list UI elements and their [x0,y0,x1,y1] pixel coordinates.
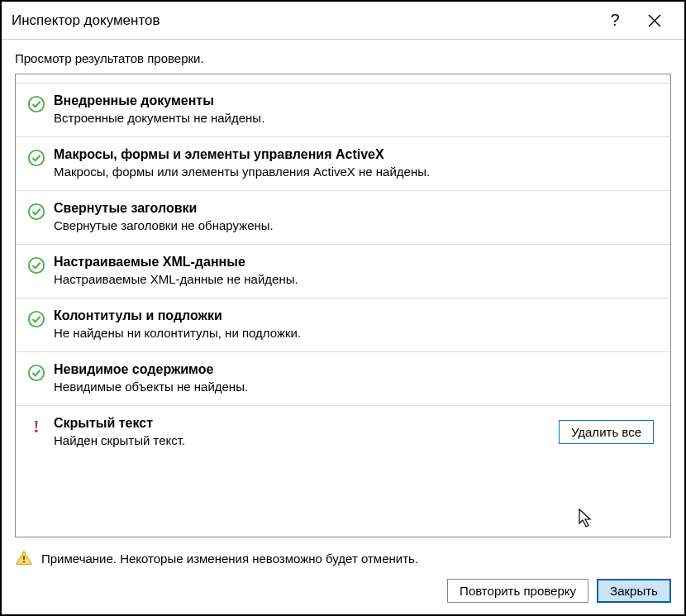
result-item: Настраиваемые XML-данные Настраиваемые X… [16,244,670,298]
result-desc: Макросы, формы или элементы управления A… [54,165,657,179]
result-item: Макросы, формы и элементы управления Act… [16,136,670,190]
checkmark-icon [24,308,49,328]
close-button[interactable] [635,8,674,33]
result-item: Внедренные документы Встроенные документ… [16,83,670,136]
result-title: Скрытый текст [54,416,559,431]
footer-note: Примечание. Некоторые изменения невозмож… [2,537,684,574]
close-dialog-button[interactable]: Закрыть [597,579,671,603]
result-content: Колонтитулы и подложки Не найдены ни кол… [49,308,657,340]
result-title: Колонтитулы и подложки [54,308,657,323]
result-item: Свернутые заголовки Свернутые заголовки … [16,190,670,244]
warning-icon: ! [24,416,49,436]
result-content: Свернутые заголовки Свернутые заголовки … [49,201,657,232]
checkmark-icon [24,201,49,221]
result-action: Удалить все [559,420,657,444]
result-item: Колонтитулы и подложки Не найдены ни кол… [16,298,670,351]
svg-point-4 [29,204,44,219]
results-container: Внедренные документы Встроенные документ… [15,74,671,537]
result-item: Невидимое содержимое Невидимые объекты н… [16,351,670,405]
result-title: Невидимое содержимое [54,362,657,377]
result-title: Настраиваемые XML-данные [54,255,657,270]
svg-point-5 [29,258,44,273]
result-item: ! Скрытый текст Найден скрытый текст. Уд… [16,405,670,459]
help-button[interactable]: ? [595,8,635,33]
result-desc: Встроенные документы не найдены. [54,111,657,125]
warning-triangle-icon [15,549,33,567]
checkmark-icon [24,362,49,382]
remove-all-button[interactable]: Удалить все [559,420,654,444]
checkmark-icon [24,147,49,167]
result-content: Настраиваемые XML-данные Настраиваемые X… [49,255,657,286]
result-title: Свернутые заголовки [54,201,657,216]
dialog-title: Инспектор документов [12,12,595,29]
result-desc: Свернутые заголовки не обнаружены. [54,218,657,232]
result-title: Внедренные документы [54,93,657,108]
footer-note-text: Примечание. Некоторые изменения невозмож… [41,552,418,566]
result-title: Макросы, формы и элементы управления Act… [54,147,657,162]
document-inspector-dialog: Инспектор документов ? Просмотр результа… [0,0,686,616]
close-icon [648,14,661,27]
result-desc: Невидимые объекты не найдены. [54,380,657,394]
result-content: Внедренные документы Встроенные документ… [49,93,657,125]
results-subtitle: Просмотр результатов проверки. [2,40,684,74]
result-desc: Настраиваемые XML-данные не найдены. [54,272,657,286]
result-desc: Не найдены ни колонтитулы, ни подложки. [54,326,657,340]
result-desc: Найден скрытый текст. [54,433,559,447]
checkmark-icon [24,255,49,275]
reinspect-button[interactable]: Повторить проверку [447,579,588,603]
result-content: Макросы, формы и элементы управления Act… [49,147,657,179]
svg-point-6 [29,312,44,327]
svg-point-3 [29,150,44,165]
result-content: Скрытый текст Найден скрытый текст. [49,416,559,447]
titlebar: Инспектор документов ? [2,2,684,40]
svg-point-2 [29,97,44,112]
checkmark-icon [24,93,49,113]
svg-point-9 [23,561,25,562]
results-scroll[interactable]: Внедренные документы Встроенные документ… [16,74,670,537]
footer-buttons: Повторить проверку Закрыть [2,574,684,614]
svg-point-7 [29,365,44,380]
result-content: Невидимое содержимое Невидимые объекты н… [49,362,657,394]
